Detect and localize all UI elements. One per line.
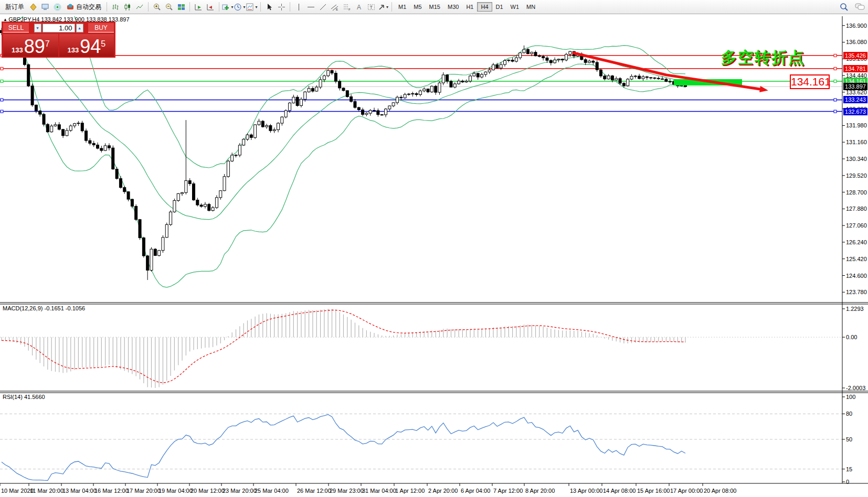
time-axis-label: 23 Mar 20:00	[223, 488, 257, 494]
crosshair-icon[interactable]	[276, 2, 287, 12]
rsi-pane[interactable]	[0, 414, 842, 480]
candlestick-icon[interactable]	[122, 2, 133, 12]
cursor-icon[interactable]	[263, 2, 275, 12]
price-axis-label: 130.340	[846, 156, 867, 162]
bull-candle	[411, 93, 414, 94]
chart-region[interactable]: ▲ GBPJPY,H4 133.842 133.900 133.838 133.…	[0, 0, 868, 497]
line-anchor-handle[interactable]	[834, 110, 837, 113]
macd-axis-label: -2.0003	[846, 385, 865, 391]
bar-chart-icon[interactable]	[110, 2, 121, 12]
chart-shift-icon[interactable]	[205, 2, 216, 12]
bear-candle	[357, 107, 360, 110]
bull-candle	[615, 79, 618, 80]
auto-scroll-icon[interactable]	[193, 2, 204, 12]
zoom-out-icon[interactable]	[163, 2, 175, 12]
price-axis-label: 125.420	[846, 256, 867, 262]
bear-candle	[596, 62, 598, 70]
bull-candle	[150, 249, 153, 270]
line-anchor-handle[interactable]	[834, 54, 837, 57]
timeframe-m30[interactable]: M30	[444, 2, 462, 12]
bull-candle	[388, 106, 391, 109]
toolbar-separator	[260, 2, 261, 12]
bear-candle	[139, 220, 141, 238]
equidistant-channel-icon[interactable]: E	[329, 2, 341, 12]
timeframe-w1[interactable]: W1	[507, 2, 523, 12]
buy-button[interactable]: BUY	[88, 23, 114, 33]
price-axis-label: 127.060	[846, 222, 867, 229]
trendline-icon[interactable]	[317, 2, 329, 12]
template-icon[interactable]: ▾	[246, 2, 258, 12]
bull-candle	[627, 79, 629, 86]
zoom-in-icon[interactable]	[151, 2, 163, 12]
line-anchor-handle[interactable]	[834, 80, 837, 82]
chart-canvas[interactable]	[0, 0, 868, 497]
macd-pane[interactable]	[0, 309, 842, 388]
bull-candle	[500, 64, 502, 68]
bear-candle	[81, 123, 83, 131]
bull-candle	[492, 65, 494, 70]
svg-text:E: E	[336, 8, 338, 11]
timeframe-m1[interactable]: M1	[395, 2, 410, 12]
new-order-button[interactable]: 新订单	[3, 2, 27, 12]
autotrade-button[interactable]: 自动交易	[63, 1, 104, 13]
line-anchor-handle[interactable]	[1, 99, 3, 101]
terminal-icon[interactable]	[39, 2, 51, 12]
timeframe-mn[interactable]: MN	[523, 2, 539, 12]
signal-icon[interactable]	[51, 2, 63, 12]
bull-candle	[519, 53, 522, 58]
period-clock-icon[interactable]: ▾	[234, 2, 246, 12]
arrows-shapes-icon[interactable]: ▾	[377, 2, 389, 12]
timeframe-m15[interactable]: M15	[426, 2, 444, 12]
buy-price-display[interactable]: 133 94 5	[59, 34, 114, 57]
horizontal-line-icon[interactable]	[305, 2, 316, 12]
bull-candle	[215, 198, 218, 208]
bear-candle	[657, 78, 660, 79]
line-anchor-handle[interactable]	[834, 99, 837, 101]
price-axis-label: 127.880	[846, 206, 867, 212]
price-target-label: 134.161	[790, 74, 830, 89]
sell-button[interactable]: SELL	[3, 23, 29, 33]
bear-candle	[619, 79, 621, 83]
bear-candle	[342, 88, 345, 91]
line-anchor-handle[interactable]	[1, 110, 3, 113]
fibonacci-icon[interactable]: F	[341, 2, 353, 12]
text-icon[interactable]: A	[353, 2, 365, 12]
timeframe-h1[interactable]: H1	[462, 2, 477, 12]
bull-candle	[277, 123, 280, 129]
line-anchor-handle[interactable]	[1, 80, 3, 82]
line-anchor-handle[interactable]	[834, 67, 837, 70]
bear-candle	[380, 115, 383, 115]
bear-candle	[154, 249, 156, 255]
tile-windows-icon[interactable]	[175, 2, 187, 12]
volume-up-button[interactable]: ▲	[76, 24, 83, 33]
time-axis-label: 1 Apr 12:00	[395, 488, 425, 494]
bull-candle	[404, 94, 406, 98]
arrow-head	[759, 86, 769, 93]
bull-candle	[69, 126, 72, 131]
price-tag: 135.426	[843, 52, 867, 59]
volume-input[interactable]	[43, 24, 75, 33]
text-label-icon[interactable]: T	[365, 2, 377, 12]
search-icon[interactable]	[838, 2, 850, 12]
bull-candle	[319, 80, 322, 87]
bull-candle	[473, 73, 475, 76]
timeframe-m5[interactable]: M5	[410, 2, 425, 12]
timeframe-h4[interactable]: H4	[477, 2, 492, 12]
line-chart-icon[interactable]	[134, 2, 145, 12]
volume-down-button[interactable]: ▼	[34, 24, 41, 33]
time-axis-label: 11 Mar 20:00	[30, 488, 63, 494]
metaquotes-icon[interactable]	[27, 2, 39, 12]
line-anchor-handle[interactable]	[1, 67, 3, 70]
turning-point-annotation: 多空转折点	[721, 47, 805, 69]
add-indicator-icon[interactable]: ▾	[222, 2, 234, 12]
bull-candle	[442, 75, 444, 83]
bull-candle	[300, 99, 302, 105]
main-pane[interactable]	[0, 0, 842, 287]
vertical-line-icon[interactable]	[293, 2, 304, 12]
price-axis-label: 124.600	[846, 273, 867, 279]
time-axis-label: 15 Apr 16:00	[637, 488, 670, 494]
timeframe-d1[interactable]: D1	[492, 2, 507, 12]
chat-icon[interactable]	[854, 2, 865, 12]
sell-price-display[interactable]: 133 89 7	[3, 34, 58, 57]
bear-candle	[146, 256, 149, 270]
